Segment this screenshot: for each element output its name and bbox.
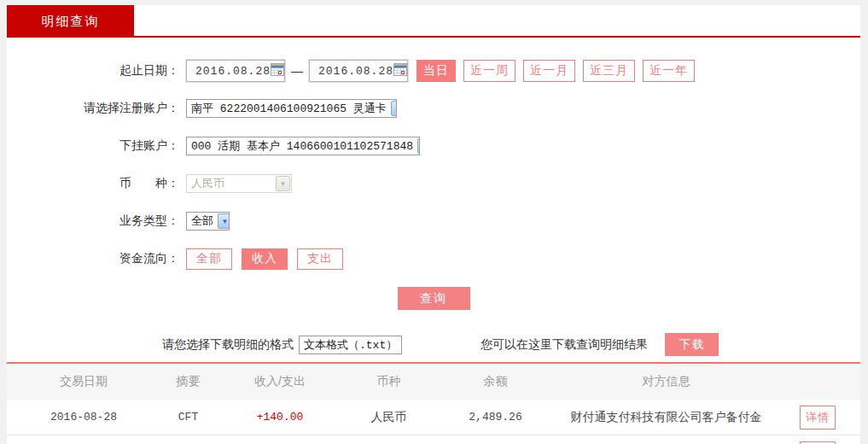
quick-range-3months-button[interactable]: 近三月 [583,60,635,82]
date-separator: — [291,64,303,78]
sub-account-value: 000 活期 基本户 1406600101102571848 [191,138,413,154]
currency-row: 币 种： 人民币 ▼ [7,172,860,195]
header-summary: 摘要 [160,374,216,389]
header-balance: 余额 [434,374,557,389]
download-format-select[interactable]: 文本格式（.txt） ▼ [299,336,402,354]
currency-label: 币 种： [7,176,186,191]
currency-select: 人民币 ▼ [186,174,292,193]
fund-flow-row: 资金流向： 全部 收入 支出 [7,248,860,270]
table-row: 详情 [7,435,860,444]
fund-flow-all-button[interactable]: 全部 [186,248,232,270]
calendar-icon[interactable] [393,63,407,79]
fund-flow-label: 资金流向： [7,251,186,266]
tab-bar: 明细查询 [7,5,860,38]
cell-summary: CFT [160,411,216,424]
fund-flow-expense-button[interactable]: 支出 [297,248,343,270]
download-hint: 您可以在这里下载查询明细结果 [481,337,648,353]
start-date-value: 2016.08.28 [195,65,271,78]
chevron-down-icon[interactable]: ▼ [391,101,397,116]
sub-account-row: 下挂账户： 000 活期 基本户 1406600101102571848 ▼ [7,135,860,157]
download-row: 请您选择下载明细的格式 文本格式（.txt） ▼ 您可以在这里下载查询明细结果 … [162,333,860,356]
table-row: 2016-08-28 CFT +140.00 人民币 2,489.26 财付通支… [7,400,860,435]
chevron-down-icon[interactable]: ▼ [401,337,402,353]
query-form: 起止日期： 2016.08.28 — [7,38,860,356]
cell-currency: 人民币 [344,410,434,425]
chevron-down-icon[interactable]: ▼ [417,138,420,154]
detail-button[interactable]: 详情 [800,406,836,429]
business-type-select[interactable]: 全部 ▼ [186,212,230,231]
header-counterparty: 对方信息 [557,374,775,389]
table-header-row: 交易日期 摘要 收入/支出 币种 余额 对方信息 [7,364,860,400]
fund-flow-income-button[interactable]: 收入 [242,248,288,270]
cell-balance: 2,489.26 [434,411,557,424]
register-account-value: 南平 6222001406100921065 灵通卡 [191,101,387,116]
business-type-row: 业务类型： 全部 ▼ [7,210,860,232]
query-button-row: 查询 [7,287,860,310]
register-account-label: 请选择注册账户： [7,101,186,116]
quick-range-year-button[interactable]: 近一年 [643,60,695,82]
content-panel: 明细查询 起止日期： 2016.08.28 [7,5,860,444]
sub-account-select[interactable]: 000 活期 基本户 1406600101102571848 ▼ [186,137,420,155]
end-date-input[interactable]: 2016.08.28 [309,60,408,82]
download-button[interactable]: 下载 [665,333,719,356]
chevron-down-icon[interactable]: ▼ [218,213,230,229]
tab-detail-query[interactable]: 明细查询 [7,5,134,38]
currency-value: 人民币 [191,176,224,191]
calendar-icon[interactable] [271,63,284,79]
quick-range-today-button[interactable]: 当日 [417,60,456,82]
cell-amount: +140.00 [216,411,344,424]
chevron-down-icon: ▼ [276,176,290,191]
date-range-row: 起止日期： 2016.08.28 — [7,60,860,82]
header-currency: 币种 [344,374,434,389]
header-trade-date: 交易日期 [7,374,160,389]
quick-range-month-button[interactable]: 近一月 [523,60,575,82]
download-format-value: 文本格式（.txt） [304,337,397,353]
register-account-select[interactable]: 南平 6222001406100921065 灵通卡 ▼ [186,99,397,118]
cell-counterparty: 财付通支付科技有限公司客户备付金 [557,410,775,425]
query-button[interactable]: 查询 [398,287,470,310]
business-type-value: 全部 [191,213,213,229]
cell-trade-date: 2016-08-28 [7,411,160,424]
end-date-value: 2016.08.28 [318,65,393,78]
date-range-label: 起止日期： [7,63,186,79]
register-account-row: 请选择注册账户： 南平 6222001406100921065 灵通卡 ▼ [7,97,860,120]
sub-account-label: 下挂账户： [7,138,186,154]
header-in-out: 收入/支出 [216,374,344,389]
start-date-input[interactable]: 2016.08.28 [186,60,285,82]
business-type-label: 业务类型： [7,213,186,229]
download-format-label: 请您选择下载明细的格式 [162,337,294,353]
results-table: 交易日期 摘要 收入/支出 币种 余额 对方信息 2016-08-28 CFT … [7,362,860,444]
quick-range-week-button[interactable]: 近一周 [463,60,516,82]
